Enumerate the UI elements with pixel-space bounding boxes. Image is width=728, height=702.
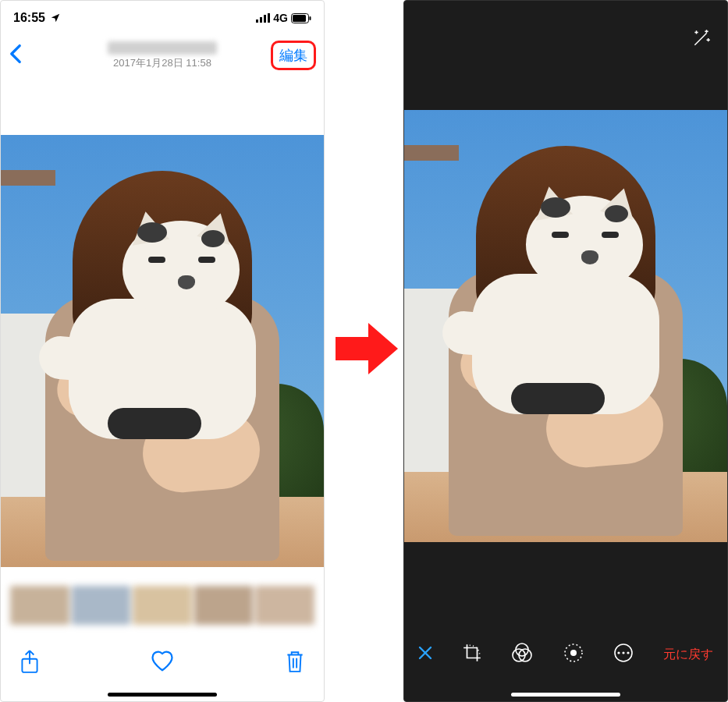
back-button[interactable] (9, 44, 23, 67)
home-indicator[interactable] (511, 693, 620, 697)
photo-viewer-screen: 16:55 4G 2017年1月28日 11:58 編集 (0, 0, 325, 702)
status-bar: 16:55 4G (1, 1, 324, 35)
nav-timestamp: 2017年1月28日 11:58 (108, 56, 217, 70)
network-label: 4G (273, 12, 288, 24)
thumbnail-strip[interactable] (1, 586, 324, 625)
favorite-button[interactable] (151, 651, 174, 675)
status-time: 16:55 (13, 11, 45, 25)
crop-button[interactable] (462, 643, 482, 666)
svg-point-14 (618, 651, 620, 654)
edit-toolbar: 元に戻す (404, 631, 727, 678)
filters-icon (511, 643, 533, 663)
heart-icon (151, 651, 174, 672)
auto-enhance-button[interactable] (691, 28, 712, 51)
svg-rect-5 (293, 15, 306, 22)
delete-button[interactable] (285, 650, 305, 676)
svg-rect-0 (256, 20, 258, 23)
crop-icon (462, 643, 482, 663)
chevron-left-icon (9, 44, 23, 64)
svg-rect-6 (310, 16, 311, 20)
more-icon (613, 643, 634, 663)
photo-content[interactable] (1, 135, 324, 567)
thumbnail[interactable] (10, 586, 69, 625)
adjust-button[interactable] (563, 642, 584, 667)
edit-photo-content[interactable] (404, 110, 727, 542)
bottom-toolbar (1, 640, 324, 686)
svg-point-16 (627, 651, 630, 654)
cancel-button[interactable] (418, 644, 432, 665)
home-indicator[interactable] (108, 693, 217, 697)
location-icon (50, 12, 61, 23)
battery-icon (291, 13, 311, 23)
svg-rect-2 (264, 15, 266, 23)
close-icon (418, 646, 432, 660)
edit-button[interactable]: 編集 (271, 41, 316, 70)
nav-bar: 2017年1月28日 11:58 編集 (1, 35, 324, 76)
edit-top-bar (404, 1, 727, 79)
share-button[interactable] (20, 649, 40, 677)
signal-icon (256, 13, 270, 23)
more-button[interactable] (613, 643, 634, 666)
svg-point-15 (623, 651, 625, 654)
share-icon (20, 649, 40, 674)
thumbnail[interactable] (72, 586, 131, 625)
svg-rect-3 (268, 13, 270, 23)
trash-icon (285, 650, 305, 673)
thumbnail[interactable] (194, 586, 254, 625)
thumbnail[interactable] (255, 586, 314, 625)
svg-rect-1 (260, 17, 262, 23)
photo-edit-screen: 元に戻す (403, 0, 728, 702)
revert-button[interactable]: 元に戻す (663, 647, 713, 663)
nav-title (108, 41, 217, 55)
thumbnail[interactable] (133, 586, 192, 625)
filters-button[interactable] (511, 643, 533, 666)
magic-wand-icon (691, 28, 712, 48)
svg-point-12 (570, 650, 577, 656)
adjust-icon (563, 642, 584, 664)
